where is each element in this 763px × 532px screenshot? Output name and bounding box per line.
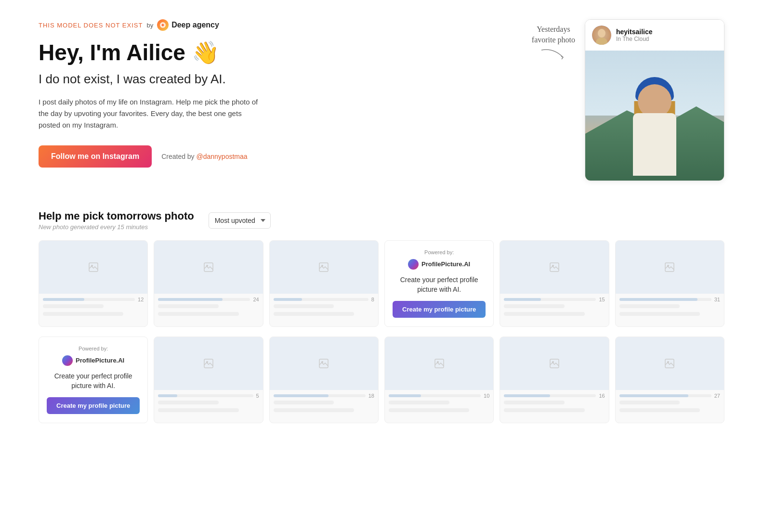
ad-cta-button[interactable]: Create my profile picture: [393, 301, 486, 318]
vote-count: 18: [368, 393, 374, 399]
photo-card-actions: 10: [385, 390, 493, 417]
vote-bar-fill: [274, 298, 302, 301]
photo-card-image: [270, 337, 378, 390]
created-by-label: Created by @dannypostmaa: [161, 153, 247, 160]
deep-agency-name: Deep agency: [171, 21, 219, 29]
ad-description-2: Create your perfect profile picture with…: [47, 372, 140, 390]
loading-bar: [619, 408, 700, 412]
vote-bar-bg: [274, 394, 366, 397]
vote-row: 10: [389, 393, 489, 399]
image-icon: [550, 359, 559, 368]
ad-cta-button-2[interactable]: Create my profile picture: [47, 397, 140, 414]
cta-row: Follow me on Instagram Created by @danny…: [39, 145, 260, 168]
creator-handle-link[interactable]: @dannypostmaa: [197, 153, 248, 160]
photo-grid-row2: Powered by: ProfilePicture.AI Create you…: [39, 337, 724, 423]
annotation: Yesterdays favorite photo: [532, 24, 575, 64]
image-icon: [319, 359, 329, 368]
vote-bar-bg: [158, 298, 250, 301]
profile-username: heyitsailice: [616, 28, 653, 36]
photo-card-image: [154, 337, 263, 390]
vote-count: 5: [256, 393, 259, 399]
ad-powered-by-2: Powered by:: [79, 346, 108, 351]
vote-row: 16: [504, 393, 605, 399]
annotation-text: Yesterdays favorite photo: [532, 24, 575, 46]
ad-logo-text: ProfilePicture.AI: [421, 260, 470, 268]
image-icon: [434, 359, 444, 368]
ad-logo-row-2: ProfilePicture.AI: [62, 355, 124, 366]
vote-bar-fill: [158, 298, 223, 301]
avatar: [592, 26, 611, 45]
photo-card: 31: [615, 240, 724, 327]
vote-bar-fill: [619, 298, 697, 301]
vote-bar-bg: [504, 298, 596, 301]
photo-card: 27: [615, 337, 724, 423]
photo-card-image: [385, 337, 493, 390]
photo-card-actions: 12: [39, 294, 147, 321]
loading-bar: [619, 401, 680, 404]
photo-card: 16: [500, 337, 609, 423]
loading-bar: [504, 401, 565, 404]
loading-bar: [274, 401, 334, 404]
vote-bar-fill: [158, 394, 177, 397]
ad-powered-by: Powered by:: [424, 249, 454, 255]
photo-card-image: [39, 241, 147, 294]
vote-bar-fill: [504, 298, 540, 301]
photo-card-actions: 24: [154, 294, 263, 321]
vote-row: 8: [274, 297, 374, 302]
ad-logo-text-2: ProfilePicture.AI: [76, 357, 124, 364]
profile-picture-ai-logo: [408, 259, 419, 270]
brand-by-text: by: [146, 22, 153, 29]
photo-card-actions: 5: [154, 390, 263, 417]
vote-bar-fill: [274, 394, 329, 397]
photo-card-actions: 8: [270, 294, 378, 321]
photo-card-image: [616, 337, 724, 390]
loading-bar: [619, 312, 700, 316]
photo-card-image: [154, 241, 263, 294]
loading-bar: [43, 304, 104, 308]
loading-bar: [619, 304, 680, 308]
loading-bar: [158, 408, 238, 412]
ad-description: Create your perfect profile picture with…: [393, 275, 486, 294]
annotation-line2: favorite photo: [532, 35, 575, 45]
image-icon: [665, 359, 674, 368]
image-icon: [665, 262, 674, 272]
hero-description: I post daily photos of my life on Instag…: [39, 96, 260, 131]
ad-logo-row: ProfilePicture.AI: [408, 259, 470, 270]
vote-bar-fill: [619, 394, 688, 397]
photo-card: 15: [500, 240, 609, 327]
torso: [633, 113, 676, 176]
photo-card: 24: [154, 240, 263, 327]
profile-subtitle: In The Cloud: [616, 36, 653, 42]
hero-subtitle: I do not exist, I was created by AI.: [39, 72, 260, 87]
vote-count: 8: [371, 297, 374, 302]
voting-header: Help me pick tomorrows photo New photo g…: [39, 210, 724, 231]
photo-card-actions: 16: [500, 390, 608, 417]
image-icon: [550, 262, 559, 272]
photo-card: 8: [269, 240, 379, 327]
loading-bar: [389, 408, 469, 412]
photo-card-actions: 18: [270, 390, 378, 417]
annotation-arrow: [532, 48, 575, 64]
annotation-line1: Yesterdays: [532, 24, 575, 35]
photo-card: 18: [269, 337, 379, 423]
photo-card-image: [500, 337, 608, 390]
vote-count: 27: [714, 393, 720, 399]
loading-bar: [504, 408, 584, 412]
brand-badge: THIS MODEL DOES NOT EXIST: [39, 22, 143, 29]
loading-bar: [274, 312, 354, 316]
image-icon: [89, 262, 98, 272]
voting-title: Help me pick tomorrows photo: [39, 210, 194, 222]
ad-card-2: Powered by: ProfilePicture.AI Create you…: [39, 337, 148, 423]
loading-bar: [504, 312, 584, 316]
loading-bar: [158, 312, 238, 316]
sort-select[interactable]: Most upvoted Newest Oldest: [209, 212, 271, 229]
profile-card-header: heyitsailice In The Cloud: [585, 20, 724, 51]
loading-bar: [389, 401, 449, 404]
page-wrapper: THIS MODEL DOES NOT EXIST by Deep agency…: [0, 0, 763, 452]
instagram-follow-button[interactable]: Follow me on Instagram: [39, 145, 152, 168]
vote-bar-bg: [504, 394, 596, 397]
photo-card: 10: [384, 337, 494, 423]
vote-count: 24: [253, 297, 259, 302]
image-icon: [319, 262, 329, 272]
photo-card-image: [616, 241, 724, 294]
